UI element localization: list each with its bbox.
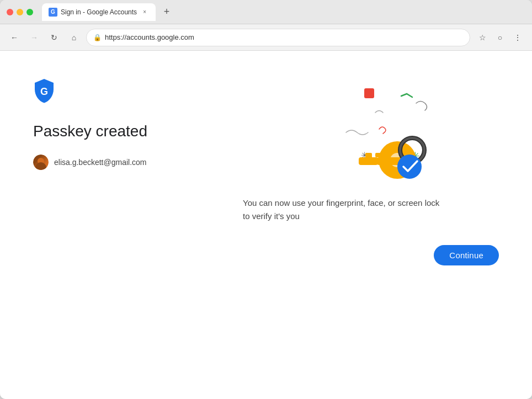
user-email: elisa.g.beckett@gmail.com [54, 158, 147, 167]
address-text: https://accounts.google.com [105, 33, 463, 41]
main-content: G Passkey created elisa.g.beckett@gmail.… [0, 51, 532, 399]
forward-button[interactable]: → [26, 30, 42, 45]
google-logo: G [33, 78, 55, 104]
minimize-window-button[interactable] [17, 9, 23, 15]
description-text: You can now use your fingerprint, face, … [243, 196, 439, 223]
tab-area: G Sign in - Google Accounts × + [42, 3, 525, 21]
svg-rect-8 [365, 153, 372, 158]
user-info: elisa.g.beckett@gmail.com [33, 155, 243, 170]
address-bar[interactable]: 🔒 https://accounts.google.com [86, 29, 470, 46]
tab-label: Sign in - Google Accounts [61, 8, 137, 16]
right-panel: ✳ ✳ [243, 73, 499, 377]
nav-actions: ☆ ○ ⋮ [475, 30, 525, 45]
refresh-button[interactable]: ↻ [46, 30, 62, 45]
passkey-illustration: ✳ ✳ [243, 73, 499, 183]
profile-button[interactable]: ○ [492, 30, 508, 45]
traffic-lights [7, 9, 33, 15]
svg-rect-9 [375, 153, 382, 157]
title-bar: G Sign in - Google Accounts × + [0, 0, 532, 24]
tab-favicon: G [49, 8, 57, 17]
bookmark-button[interactable]: ☆ [475, 30, 490, 45]
active-tab[interactable]: G Sign in - Google Accounts × [42, 3, 156, 21]
svg-text:G: G [40, 86, 48, 97]
continue-button[interactable]: Continue [434, 245, 499, 265]
home-button[interactable]: ⌂ [66, 30, 82, 45]
tab-close-button[interactable]: × [140, 8, 149, 17]
new-tab-button[interactable]: + [159, 4, 174, 20]
avatar-image [33, 155, 49, 170]
menu-button[interactable]: ⋮ [510, 30, 525, 45]
page-content: G Passkey created elisa.g.beckett@gmail.… [0, 51, 532, 399]
left-panel: G Passkey created elisa.g.beckett@gmail.… [33, 73, 243, 377]
tab-favicon-letter: G [51, 9, 55, 15]
lock-icon: 🔒 [93, 34, 102, 41]
nav-bar: ← → ↻ ⌂ 🔒 https://accounts.google.com ☆ … [0, 24, 532, 51]
browser-window: G Sign in - Google Accounts × + ← → ↻ ⌂ [0, 0, 532, 399]
avatar [33, 155, 49, 170]
page-title: Passkey created [33, 121, 243, 141]
svg-rect-7 [359, 157, 378, 165]
maximize-window-button[interactable] [26, 9, 33, 15]
close-window-button[interactable] [7, 9, 13, 15]
svg-rect-1 [364, 88, 374, 98]
back-button[interactable]: ← [7, 30, 22, 45]
svg-point-12 [397, 155, 422, 179]
